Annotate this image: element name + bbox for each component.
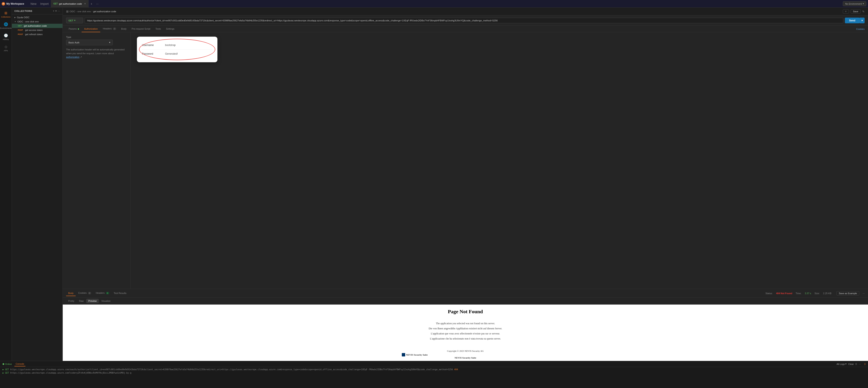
resp-tab-cookies[interactable]: Cookies 2: [76, 290, 93, 296]
save-button[interactable]: Save: [850, 9, 861, 13]
console-status-1: 404: [454, 368, 458, 370]
response-more-icon[interactable]: ···: [863, 292, 865, 295]
console-tab[interactable]: Console: [14, 362, 25, 366]
credential-password-row: Password: [142, 50, 212, 58]
sidebar-item-history[interactable]: 🕐 History: [1, 32, 11, 42]
tab-headers[interactable]: Headers 7: [100, 26, 119, 32]
sidebar: ⊞ Collections 🌐 Environments 🕐 History ◇…: [0, 8, 12, 361]
request-post-refresh-token[interactable]: POST get refresh token: [12, 32, 63, 36]
tab-title: get authorization code: [59, 3, 82, 5]
collection-oidc[interactable]: ▼ OIDC - one click env: [12, 20, 63, 24]
collection-tree: ▶ Gyula OIDC ▼ OIDC - one click env GET …: [12, 14, 63, 361]
password-input[interactable]: [163, 51, 212, 56]
sidebar-item-api[interactable]: ◇ APIs: [1, 43, 11, 53]
post-badge-2: POST: [17, 33, 24, 36]
request-get-auth-code[interactable]: GET get authorization code: [12, 24, 63, 28]
more-options-icon[interactable]: ···: [58, 9, 60, 12]
console-url-1: https://gyulavas.westeurope.cloudapp.azu…: [10, 368, 453, 370]
console-method-1: ▶ GET: [3, 368, 10, 370]
fork-button[interactable]: ⑂: [843, 9, 849, 13]
tab-more-icon[interactable]: ···: [94, 2, 100, 5]
workspace-name[interactable]: W My Workspace: [2, 2, 27, 5]
chevron-right-icon: ▶: [14, 17, 16, 19]
response-section: Body Cookies 2 Headers 8 Test Results St…: [63, 289, 868, 361]
tab-close-icon[interactable]: ✕: [84, 3, 86, 5]
save-example-button[interactable]: Save as Example: [836, 291, 859, 295]
username-label: Username: [142, 44, 163, 46]
collection-gyula[interactable]: ▶ Gyula OIDC: [12, 15, 63, 20]
method-select[interactable]: GET ▾: [66, 18, 83, 23]
online-label: Online: [5, 363, 12, 365]
all-logs-chevron-icon: ▾: [845, 363, 846, 365]
auth-content: Type Basic Auth ▾ The authorization head…: [63, 32, 868, 289]
console-url-2: https://gyulavas.westeurope.cloudapp.azu…: [10, 372, 131, 374]
breadcrumb-collection: OIDC - one click env: [69, 10, 91, 13]
online-dot: [3, 363, 4, 365]
url-bar: GET ▾ Send ▾: [63, 15, 868, 26]
sidebar-item-environments[interactable]: 🌐 Environments: [1, 21, 11, 31]
error-line-2: Die von Ihnen angewählte Applikation exi…: [402, 326, 529, 331]
post-badge-1: POST: [17, 29, 24, 31]
add-collection-icon[interactable]: +: [53, 9, 55, 12]
nevis-logo-icon: [402, 353, 405, 356]
send-dropdown-button[interactable]: ▾: [860, 18, 865, 23]
request-post-access-token[interactable]: POST get access token: [12, 28, 63, 32]
edit-icon[interactable]: ✎: [862, 10, 865, 13]
tab-pre-request[interactable]: Pre-request Script: [129, 26, 153, 32]
breadcrumb-separator: /: [92, 10, 92, 13]
status-value: 404 Not Found: [776, 292, 792, 295]
sidebar-item-collections-label: Collections: [1, 16, 10, 18]
breadcrumb-current: get authorization code: [93, 10, 116, 13]
auth-learn-more-link[interactable]: authorization: [66, 56, 80, 58]
request-tab[interactable]: GET get authorization code ✕: [51, 0, 89, 8]
error-line-1: The application you selected was not fou…: [402, 321, 529, 326]
clear-button[interactable]: Clear: [848, 363, 854, 365]
console-copy-icon[interactable]: ⎘: [856, 363, 857, 365]
menu-icon[interactable]: ≡: [55, 9, 57, 12]
new-button[interactable]: New: [29, 2, 38, 5]
tab-tests[interactable]: Tests: [153, 26, 164, 32]
body-tab-pretty[interactable]: Pretty: [66, 299, 76, 303]
resp-tab-headers[interactable]: Headers 8: [94, 290, 111, 296]
body-tab-preview[interactable]: Preview: [86, 299, 99, 303]
tab-body[interactable]: Body: [119, 26, 129, 32]
send-button[interactable]: Send: [845, 18, 860, 23]
collection-oidc-label: OIDC - one click env: [18, 20, 39, 23]
collections-icon: ⊞: [4, 11, 7, 15]
workspace-icon: W: [2, 2, 5, 5]
collection-breadcrumb-icon: ⊞: [66, 10, 69, 13]
auth-right-panel: Username Password: [130, 32, 868, 289]
method-value: GET: [68, 19, 73, 22]
send-button-group: Send ▾: [845, 18, 865, 23]
topbar: W My Workspace New Import GET get author…: [0, 0, 868, 8]
resp-tab-test-results[interactable]: Test Results: [112, 291, 129, 296]
tab-params[interactable]: Params: [66, 26, 82, 32]
all-logs-selector[interactable]: All Logs ▾: [836, 363, 846, 365]
import-button[interactable]: Import: [38, 2, 51, 5]
env-selector[interactable]: No Environment ▾: [843, 1, 866, 6]
tab-authorization[interactable]: Authorization: [82, 26, 100, 32]
main-layout: ⊞ Collections 🌐 Environments 🕐 History ◇…: [0, 8, 868, 361]
cookies-link[interactable]: Cookies: [856, 28, 865, 30]
sidebar-item-collections[interactable]: ⊞ Collections: [1, 9, 11, 20]
size-label: Size:: [815, 292, 820, 295]
brand-logo: NEVIS Security Suite: [402, 353, 529, 356]
body-tab-raw[interactable]: Raw: [77, 299, 86, 303]
sidebar-item-api-label: APIs: [4, 50, 8, 52]
brand-label-2: NEVIS Security Suite: [455, 356, 476, 359]
page-not-found: Page Not Found The application you selec…: [402, 309, 529, 359]
body-tab-visualize[interactable]: Visualize: [99, 299, 113, 303]
username-input[interactable]: [163, 42, 212, 47]
size-value: 2.25 KB: [823, 292, 831, 295]
brand-label-1: NEVIS Security Suite: [406, 354, 428, 356]
console-more-icon[interactable]: ···: [859, 363, 861, 365]
request-area: ⊞ OIDC - one click env / get authorizati…: [63, 8, 868, 361]
tab-settings[interactable]: Settings: [163, 26, 177, 32]
url-input[interactable]: [85, 18, 843, 23]
panel-title: Collections: [14, 10, 32, 12]
auth-type-row: Type Basic Auth ▾: [66, 36, 127, 45]
chevron-down-icon: ▾: [863, 2, 864, 5]
auth-type-select[interactable]: Basic Auth ▾: [66, 40, 113, 45]
resp-tab-body[interactable]: Body: [66, 291, 76, 296]
new-tab-button[interactable]: +: [89, 2, 94, 5]
